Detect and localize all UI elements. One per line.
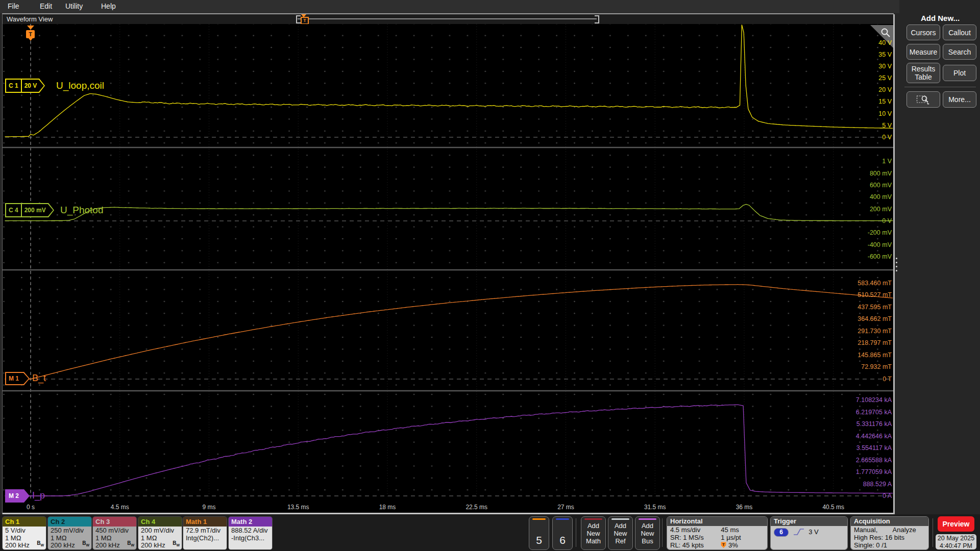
zoom-select-button[interactable] [906, 91, 940, 108]
trace-label-u-loop-coil[interactable]: U_loop,coil [56, 80, 104, 91]
acq-highres: High Res: 16 bits [854, 534, 904, 542]
minimap-left-bracket[interactable] [296, 15, 301, 23]
acquisition-panel[interactable]: Acquisition Manual,Analyze High Res: 16 … [850, 516, 929, 550]
trigger-t-icon: T [26, 30, 35, 38]
menu-file[interactable]: File [8, 2, 19, 10]
ch3-name: Ch 3 [95, 518, 110, 525]
waveform-m1[interactable] [5, 285, 893, 379]
trigger-source-pill: 6 [774, 528, 789, 537]
trigger-arrow-icon [27, 26, 34, 30]
acq-single: Single: 0 /1 [854, 542, 887, 549]
math-badge-m1[interactable]: M 1 [5, 372, 30, 385]
right-panel: Add New... Cursors Callout Measure Searc… [900, 0, 980, 551]
cursors-button[interactable]: Cursors [906, 24, 940, 40]
waveform-window: Waveform View T T C 1 [2, 13, 894, 515]
trigger-title: Trigger [771, 517, 847, 526]
trace-label-u-photod[interactable]: U_Photod [60, 205, 104, 216]
add-new-ref-button[interactable]: Add New Ref [608, 516, 633, 550]
math-card-math1[interactable]: Math 1 72.9 mT/div Intg(Ch2)... [183, 516, 227, 550]
ch4-scale: 200 mV/div [141, 527, 182, 535]
channel-card-ch3[interactable]: Ch 3 450 mV/div 1 MΩ 200 kHz BW [92, 516, 137, 550]
trace-label-b-t[interactable]: B_t [32, 373, 46, 384]
bandwidth-limit-icon: BW [82, 540, 89, 549]
badge-m1-name: M 1 [6, 375, 21, 382]
separator [576, 518, 576, 547]
math1-scale: 72.9 mT/div [186, 527, 227, 535]
math-card-math2[interactable]: Math 2 888.52 A/div -Intg(Ch3... [228, 516, 273, 550]
horizontal-title: Horizontal [667, 517, 767, 526]
svg-text:T: T [722, 542, 725, 547]
math2-scale: 888.52 A/div [231, 527, 272, 535]
math2-name: Math 2 [231, 518, 252, 525]
h-scale: 4.5 ms/div [670, 527, 721, 534]
measure-button[interactable]: Measure [906, 44, 940, 60]
add-new-math-button[interactable]: Add New Math [581, 516, 606, 550]
waveform-view-titlebar[interactable]: Waveform View T [3, 14, 894, 24]
math1-expression: Intg(Ch2)... [186, 535, 227, 542]
waveform-c1[interactable] [5, 25, 893, 137]
settings-bar: Ch 1 5 V/div 1 MΩ 200 kHz BW Ch 2 250 mV… [0, 514, 980, 551]
button6-accent [556, 518, 569, 520]
source-button-5[interactable]: 5 [529, 516, 549, 550]
ch2-scale: 250 mV/div [51, 527, 91, 535]
channel-badge-c1[interactable]: C 1 20 V [5, 79, 45, 93]
badge-m2-name: M 2 [6, 492, 21, 499]
channel-badge-c4[interactable]: C 4 200 mV [5, 203, 54, 217]
badge-c1-scale: 20 V [22, 82, 40, 89]
rising-edge-icon [793, 528, 805, 536]
splitter-handle[interactable] [896, 255, 898, 274]
channel-card-ch4[interactable]: Ch 4 200 mV/div 1 MΩ 200 kHz BW [138, 516, 182, 550]
waveform-canvas [3, 24, 894, 513]
window-title: Waveform View [7, 15, 53, 23]
add-new-bus-button[interactable]: Add New Bus [635, 516, 660, 550]
plot-button[interactable]: Plot [943, 65, 976, 81]
separator [933, 518, 933, 547]
zoom-select-icon [916, 94, 930, 105]
source-button-6[interactable]: 6 [552, 516, 573, 550]
search-button[interactable]: Search [943, 44, 976, 60]
panel-divider [904, 87, 976, 87]
datetime-display: 20 May 2025 4:40:47 PM [936, 534, 976, 549]
add-math-accent [584, 518, 602, 520]
minimap-trigger-t-icon[interactable]: T [301, 17, 309, 24]
trigger-panel[interactable]: Trigger 6 3 V [770, 516, 848, 550]
date-text: 20 May 2025 [936, 535, 976, 542]
menu-help[interactable]: Help [101, 2, 116, 10]
graticule-area[interactable]: T C 1 20 V U_loop,coil C 4 200 mV [3, 24, 894, 513]
channel-card-ch2[interactable]: Ch 2 250 mV/div 1 MΩ 200 kHz BW [47, 516, 92, 550]
menu-utility[interactable]: Utility [65, 2, 83, 10]
h-window: 45 ms [721, 527, 764, 534]
math2-expression: -Intg(Ch3... [231, 535, 272, 542]
trigger-position-marker[interactable]: T [26, 26, 35, 41]
horizontal-panel[interactable]: Horizontal 4.5 ms/div45 ms SR: 1 MS/s1 µ… [667, 516, 768, 550]
h-record-length: RL: 45 kpts [670, 542, 721, 549]
trace-label-i-p[interactable]: I_p [32, 490, 45, 501]
panel-splitter[interactable] [893, 14, 895, 514]
badge-c4-name: C 4 [6, 207, 21, 214]
separator [662, 518, 663, 547]
preview-button[interactable]: Preview [938, 516, 974, 532]
minimap-track[interactable] [298, 18, 597, 19]
more-button[interactable]: More... [943, 91, 976, 108]
minimap-right-bracket[interactable] [595, 15, 599, 23]
bandwidth-limit-icon: BW [37, 540, 44, 549]
results-table-button[interactable]: Results Table [906, 63, 940, 83]
callout-button[interactable]: Callout [943, 24, 976, 40]
h-position: T 3% [721, 542, 764, 549]
badge-c4-scale: 200 mV [22, 207, 48, 214]
channel-card-ch1[interactable]: Ch 1 5 V/div 1 MΩ 200 kHz BW [2, 516, 46, 550]
add-ref-accent [611, 518, 629, 520]
trigger-pin-tip [29, 38, 33, 41]
h-resolution: 1 µs/pt [721, 534, 764, 542]
acq-mode: Manual, [854, 527, 893, 534]
menu-bar: File Edit Utility Help [0, 0, 899, 13]
ch2-name: Ch 2 [51, 518, 65, 525]
ch1-name: Ch 1 [5, 518, 19, 525]
waveform-c4[interactable] [5, 205, 893, 221]
waveform-m2[interactable] [5, 405, 893, 496]
menu-edit[interactable]: Edit [40, 2, 52, 10]
bandwidth-limit-icon: BW [173, 540, 180, 549]
trigger-level: 3 V [808, 528, 819, 536]
math-badge-m2[interactable]: M 2 [5, 489, 30, 503]
badge-c1-name: C 1 [6, 82, 21, 89]
